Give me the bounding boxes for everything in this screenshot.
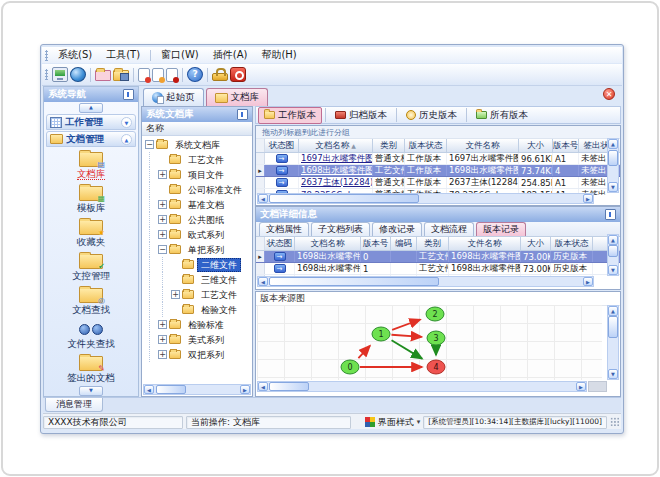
chevron-down-icon[interactable]: ▼: [121, 117, 132, 128]
tab-document-library[interactable]: 文档库: [206, 88, 269, 106]
version-node-4[interactable]: 4: [427, 360, 445, 374]
collapse-icon[interactable]: −: [158, 245, 167, 254]
version-node-0[interactable]: 0: [341, 360, 359, 374]
tree-node-14[interactable]: +双把系列: [142, 347, 252, 362]
open-folder-icon[interactable]: [95, 70, 111, 81]
detail-hscrollbar-thumb[interactable]: [269, 277, 439, 286]
detail-hscrollbar[interactable]: ◀▶: [257, 276, 594, 287]
tree-node-1[interactable]: 工艺文件: [142, 152, 252, 167]
power-icon[interactable]: [230, 67, 246, 82]
detail-vscrollbar-back-arrow[interactable]: ▲: [608, 235, 618, 245]
upper-column-header-3[interactable]: 版本状态: [405, 139, 447, 152]
sidebar-scroll-down[interactable]: ▼: [44, 385, 138, 396]
globe-icon[interactable]: [70, 67, 86, 82]
tree-hscrollbar[interactable]: ◀▶: [143, 384, 251, 395]
detail-hscrollbar-back-arrow[interactable]: ◀: [258, 277, 268, 286]
upper-hscrollbar-back-arrow[interactable]: ◀: [258, 194, 268, 203]
monitor-icon[interactable]: [52, 67, 68, 82]
tree-node-13[interactable]: +美式系列: [142, 332, 252, 347]
detail-column-header-7[interactable]: 版本状态: [551, 237, 593, 250]
tree-node-3[interactable]: 公司标准文件: [142, 182, 252, 197]
sidebar-group-1[interactable]: 文档管理▲: [46, 131, 136, 147]
tree-node-8[interactable]: 二维文件: [142, 257, 252, 272]
menu-item-0[interactable]: 系统(S): [51, 47, 99, 63]
document-link[interactable]: 1697出水嘴零件图.dwg: [301, 153, 373, 164]
upper-vscrollbar-thumb[interactable]: [608, 150, 618, 166]
close-icon[interactable]: ✕: [603, 88, 615, 100]
version-node-3[interactable]: 3: [427, 331, 445, 345]
detail-tab-4[interactable]: 版本记录: [476, 222, 526, 236]
menu-item-2[interactable]: 窗口(W): [154, 47, 206, 63]
doc-add-icon[interactable]: [138, 68, 150, 82]
upper-table-row-0[interactable]: →1697出水嘴零件图.dwg普通文档工作版本1697出水嘴零件图.dwg96.…: [256, 153, 620, 165]
document-link[interactable]: 2637主体(12284).dwg: [301, 177, 373, 188]
graph-vscrollbar-fwd-arrow[interactable]: ▼: [608, 369, 618, 379]
work-version-button[interactable]: 工作版本: [258, 107, 322, 124]
graph-vscrollbar-back-arrow[interactable]: ▲: [608, 306, 618, 316]
tree-node-5[interactable]: +公共图纸: [142, 212, 252, 227]
detail-column-header-1[interactable]: 文档名称: [295, 237, 361, 250]
detail-tab-3[interactable]: 文档流程: [424, 222, 474, 236]
sidebar-item-0[interactable]: ▤文档库: [44, 150, 138, 184]
detail-table-row-0[interactable]: ▸→1698出水嘴零件图.dwg0工艺文件1698出水嘴零件图.dwg73.00…: [256, 251, 620, 263]
sidebar-item-1[interactable]: ▦模板库: [44, 184, 138, 218]
graph-vscrollbar-thumb[interactable]: [608, 316, 618, 338]
doc-remove-icon[interactable]: [166, 68, 178, 82]
tree-node-9[interactable]: 三维文件: [142, 272, 252, 287]
tree-column-header[interactable]: 名称: [142, 122, 252, 136]
tree-hscrollbar-fwd-arrow[interactable]: ▶: [240, 385, 250, 394]
pin-icon[interactable]: [605, 209, 616, 220]
menu-grip[interactable]: [45, 50, 48, 61]
tree-hscrollbar-thumb[interactable]: [156, 385, 186, 394]
upper-column-header-4[interactable]: 文件名称: [447, 139, 519, 152]
detail-vscrollbar[interactable]: ▲▼: [607, 234, 619, 276]
detail-column-header-6[interactable]: 大小: [521, 237, 551, 250]
upper-column-header-1[interactable]: 文档名称▲: [299, 139, 373, 152]
detail-column-header-2[interactable]: 版本号: [361, 237, 391, 250]
sidebar-item-4[interactable]: ◎文档查找: [44, 286, 138, 320]
tree-node-10[interactable]: +工艺文件: [142, 287, 252, 302]
sidebar-item-2[interactable]: ★收藏夹: [44, 218, 138, 252]
upper-column-header-0[interactable]: 状态图: [265, 139, 299, 152]
upper-table-row-1[interactable]: ▸→1698出水嘴零件图.dwg工艺文件工作版本1698出水嘴零件图.dwg73…: [256, 165, 620, 177]
tree-node-12[interactable]: +检验标准: [142, 317, 252, 332]
collapse-icon[interactable]: −: [145, 140, 154, 149]
tree-node-6[interactable]: +欧式系列: [142, 227, 252, 242]
expand-icon[interactable]: +: [171, 290, 180, 299]
help-icon[interactable]: [187, 67, 203, 82]
folder-computer-icon[interactable]: [113, 70, 129, 81]
detail-vscrollbar-fwd-arrow[interactable]: ▼: [608, 265, 618, 275]
detail-table-row-1[interactable]: →1698出水嘴零件图.dwg1工艺文件1698出水嘴零件图.dwg73.00K…: [256, 263, 620, 275]
upper-column-header-6[interactable]: 版本号: [553, 139, 579, 152]
all-versions-button[interactable]: 所有版本: [470, 107, 534, 124]
expand-icon[interactable]: +: [158, 350, 167, 359]
upper-hscrollbar-thumb[interactable]: [269, 194, 419, 203]
expand-icon[interactable]: +: [158, 170, 167, 179]
tree-hscrollbar-back-arrow[interactable]: ◀: [144, 385, 154, 394]
detail-tab-0[interactable]: 文档属性: [259, 222, 309, 236]
expand-icon[interactable]: +: [158, 230, 167, 239]
detail-column-header-3[interactable]: 编码: [391, 237, 417, 250]
version-node-2[interactable]: 2: [426, 307, 444, 321]
sidebar-item-5[interactable]: 文件夹查找: [44, 320, 138, 354]
upper-vscrollbar-fwd-arrow[interactable]: ▼: [608, 182, 618, 192]
graph-hscrollbar-back-arrow[interactable]: ◀: [258, 382, 268, 391]
expand-icon[interactable]: +: [158, 200, 167, 209]
upper-vscrollbar[interactable]: ▲▼: [607, 138, 619, 193]
pin-icon[interactable]: [123, 89, 134, 100]
tree-node-11[interactable]: 检验文件: [142, 302, 252, 317]
toolbar-grip[interactable]: [45, 69, 48, 80]
detail-tab-2[interactable]: 修改记录: [372, 222, 422, 236]
upper-hscrollbar[interactable]: ◀▶: [257, 193, 594, 204]
detail-column-header-4[interactable]: 类别: [417, 237, 449, 250]
detail-hscrollbar-fwd-arrow[interactable]: ▶: [583, 277, 593, 286]
upper-table-row-2[interactable]: →2637主体(12284).dwg普通文档工作版本2637主体(12284).…: [256, 177, 620, 189]
doc-edit-icon[interactable]: [152, 68, 164, 82]
pin-icon[interactable]: [237, 109, 248, 120]
sidebar-item-6[interactable]: ✎签出的文档: [44, 354, 138, 385]
tree-node-0[interactable]: −系统文档库: [142, 137, 252, 152]
menu-item-4[interactable]: 帮助(H): [254, 47, 303, 63]
expand-icon[interactable]: +: [158, 335, 167, 344]
menu-item-3[interactable]: 插件(A): [206, 47, 255, 63]
tree-node-4[interactable]: +基准文档: [142, 197, 252, 212]
